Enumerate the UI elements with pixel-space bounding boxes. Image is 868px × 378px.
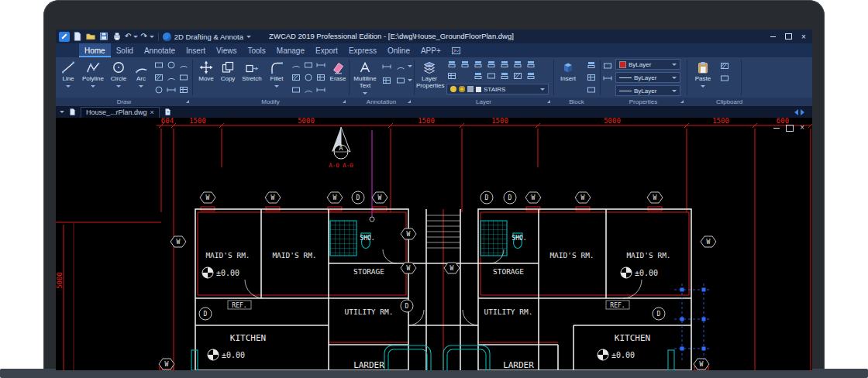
- ribbon-tab-export[interactable]: Export: [310, 43, 343, 57]
- ribbon-tab-express[interactable]: Express: [343, 43, 382, 57]
- arc-tool-icon[interactable]: [166, 72, 177, 83]
- paste-button[interactable]: Paste: [691, 58, 715, 97]
- scale-tool-icon[interactable]: [315, 60, 326, 70]
- scroll-left-icon[interactable]: [794, 109, 798, 115]
- ribbon-tab-insert[interactable]: Insert: [181, 43, 211, 57]
- copy-clip-icon[interactable]: [719, 73, 730, 84]
- dimension-tool-icon[interactable]: [381, 61, 392, 72]
- ellipse-tool-icon[interactable]: [166, 60, 177, 70]
- ribbon-tab-home[interactable]: Home: [79, 43, 111, 57]
- mirror-tool-icon[interactable]: [303, 60, 314, 70]
- doc-close-icon[interactable]: ×: [800, 124, 804, 132]
- modify-launcher-icon[interactable]: [343, 100, 346, 103]
- table-tool-icon[interactable]: [178, 84, 189, 95]
- new-drawing-icon[interactable]: [164, 108, 171, 116]
- match-properties-icon[interactable]: [602, 60, 613, 71]
- stretch-button[interactable]: Stretch: [239, 58, 265, 97]
- text-style-tool-icon[interactable]: [381, 75, 392, 86]
- scroll-right-icon[interactable]: [801, 109, 804, 115]
- layer-launcher-icon[interactable]: [547, 100, 550, 103]
- undo-icon[interactable]: ↶: [125, 33, 131, 40]
- document-tab-close-icon[interactable]: ×: [150, 109, 154, 116]
- open-file-icon[interactable]: [85, 32, 96, 42]
- properties-launcher-icon[interactable]: [680, 100, 684, 103]
- save-icon[interactable]: [98, 32, 109, 42]
- explode-tool-icon[interactable]: [291, 84, 301, 95]
- minimize-button[interactable]: [769, 33, 777, 40]
- circle-button[interactable]: Circle: [107, 58, 130, 97]
- layer-color-chip[interactable]: [476, 87, 481, 92]
- erase-button[interactable]: Erase: [328, 58, 348, 97]
- ribbon-tab-manage[interactable]: Manage: [271, 43, 310, 57]
- doc-list-dropdown-icon[interactable]: [60, 111, 64, 113]
- rotate-tool-icon[interactable]: [291, 60, 301, 70]
- layer-tool-icon[interactable]: [460, 70, 470, 81]
- offset-tool-icon[interactable]: [303, 72, 314, 83]
- ribbon-tab-app-plus[interactable]: APP+: [415, 43, 446, 57]
- layer-freeze-icon[interactable]: [459, 86, 465, 92]
- leader-tool-icon[interactable]: [395, 61, 406, 72]
- layer-tool-icon[interactable]: [525, 70, 536, 81]
- edit-block-icon[interactable]: [586, 72, 597, 83]
- ribbon-tab-solid[interactable]: Solid: [111, 43, 139, 57]
- draw-launcher-icon[interactable]: [186, 100, 189, 103]
- floor-plan-drawing[interactable]: 604150050001500150050001500600 5000 A A-…: [56, 118, 812, 370]
- insert-button[interactable]: Insert: [556, 58, 580, 97]
- layer-state-icon[interactable]: [512, 59, 523, 70]
- attribute-icon[interactable]: [586, 84, 597, 95]
- ribbon-tab-online[interactable]: Online: [382, 43, 415, 57]
- layer-tool-icon[interactable]: [486, 70, 497, 81]
- new-file-icon[interactable]: [72, 32, 83, 42]
- annotation-launcher-icon[interactable]: [408, 100, 411, 103]
- ribbon-tab-tools[interactable]: Tools: [243, 43, 271, 57]
- layer-tool-icon[interactable]: [446, 70, 457, 81]
- layer-state-icon[interactable]: [460, 59, 470, 70]
- polyline-button[interactable]: Polyline: [79, 58, 107, 97]
- join-tool-icon[interactable]: [303, 84, 314, 95]
- layer-tool-icon[interactable]: [512, 70, 523, 81]
- region-tool-icon[interactable]: [178, 72, 189, 83]
- document-tab[interactable]: House_...rPlan.dwg ×: [81, 107, 160, 118]
- array-tool-icon[interactable]: [315, 72, 326, 83]
- redo-icon[interactable]: ↷: [140, 33, 146, 40]
- layer-state-icon[interactable]: [525, 59, 536, 70]
- close-button[interactable]: ×: [800, 33, 808, 40]
- layer-properties-button[interactable]: Layer Properties: [416, 58, 443, 97]
- layer-state-icon[interactable]: [486, 59, 497, 70]
- layer-state-icon[interactable]: [473, 59, 484, 70]
- drawing-viewport[interactable]: 604150050001500150050001500600 5000 A A-…: [56, 118, 812, 370]
- break-tool-icon[interactable]: [315, 84, 326, 95]
- hatch-tool-icon[interactable]: [153, 72, 164, 83]
- create-block-icon[interactable]: [586, 60, 597, 70]
- fillet-button[interactable]: Fillet: [265, 58, 288, 97]
- line-button[interactable]: Line: [57, 58, 79, 97]
- lineweight-dropdown[interactable]: ByLayer: [615, 72, 680, 83]
- plot-icon[interactable]: [112, 32, 122, 42]
- ribbon-tab-annotate[interactable]: Annotate: [139, 43, 181, 57]
- ribbon-tab-views[interactable]: Views: [211, 43, 243, 57]
- mark-tool-icon[interactable]: [395, 75, 406, 86]
- rectangle-tool-icon[interactable]: [153, 60, 164, 70]
- doc-minimize-icon[interactable]: [773, 128, 780, 129]
- color-dropdown[interactable]: ByLayer: [615, 59, 680, 70]
- donut-tool-icon[interactable]: [153, 84, 164, 95]
- zwcad-logo-icon[interactable]: [59, 32, 70, 42]
- copy-button[interactable]: Copy: [217, 58, 239, 97]
- cut-icon[interactable]: [719, 60, 730, 71]
- maximize-button[interactable]: [784, 33, 792, 40]
- spline-tool-icon[interactable]: [178, 60, 189, 70]
- capture-icon[interactable]: [451, 46, 461, 55]
- layer-state-icon[interactable]: [446, 59, 457, 70]
- undo-dropdown-icon[interactable]: [133, 36, 138, 38]
- dim-tool-icon[interactable]: [166, 84, 177, 95]
- layer-tool-icon[interactable]: [499, 70, 510, 81]
- linetype-dropdown[interactable]: ByLayer: [615, 85, 680, 96]
- layer-lock-icon[interactable]: [467, 86, 474, 92]
- trim-tool-icon[interactable]: [291, 72, 301, 83]
- layer-dropdown[interactable]: STAIRS: [446, 84, 549, 94]
- arc-button[interactable]: Arc: [130, 58, 152, 97]
- properties-palette-icon[interactable]: [602, 73, 613, 84]
- text-dropdown-icon[interactable]: [408, 79, 412, 81]
- doc-restore-icon[interactable]: [786, 125, 794, 132]
- redo-dropdown-icon[interactable]: [150, 36, 154, 38]
